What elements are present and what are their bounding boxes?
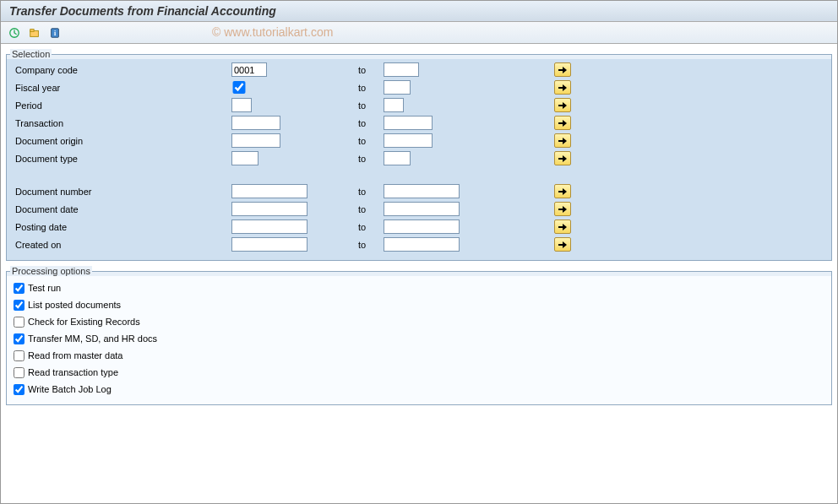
selection-label: Document type (12, 154, 231, 164)
selection-to-input[interactable] (384, 202, 460, 216)
selection-row: Created onto (12, 236, 826, 253)
option-row: Check for Existing Records (14, 313, 824, 330)
arrow-right-icon (558, 155, 567, 162)
selection-from-input[interactable] (231, 133, 280, 148)
arrow-right-icon (558, 138, 567, 144)
selection-from-input[interactable] (231, 62, 267, 77)
option-row: Read from master data (14, 347, 824, 364)
option-label: Test run (28, 283, 61, 293)
selection-row: Document dateto (12, 200, 826, 218)
selection-label: Transaction (12, 118, 231, 128)
selection-to-input[interactable] (384, 62, 419, 77)
titlebar: Transfer Documents from Financial Accoun… (1, 1, 837, 22)
option-label: Read from master data (28, 350, 123, 360)
multiple-selection-button[interactable] (554, 80, 571, 95)
to-label: to (358, 204, 384, 214)
info-button[interactable]: i (46, 25, 63, 41)
multiple-selection-button[interactable] (554, 133, 571, 148)
arrow-right-icon (558, 224, 567, 230)
selection-from-checkbox[interactable] (231, 81, 247, 94)
option-label: Write Batch Job Log (28, 384, 112, 394)
app-window: Transfer Documents from Financial Accoun… (0, 0, 838, 504)
arrow-right-icon (558, 241, 567, 248)
selection-label: Company code (12, 65, 231, 75)
selection-row: Document originto (12, 132, 826, 149)
multiple-selection-button[interactable] (554, 62, 571, 77)
option-checkbox[interactable] (14, 300, 24, 311)
arrow-right-icon (558, 120, 567, 127)
selection-to-input[interactable] (384, 151, 411, 165)
multiple-selection-button[interactable] (554, 98, 571, 112)
option-checkbox[interactable] (14, 333, 24, 344)
to-label: to (358, 65, 384, 75)
selection-to-input[interactable] (384, 133, 433, 148)
option-label: Read transaction type (28, 367, 118, 377)
selection-to-input[interactable] (384, 219, 460, 234)
selection-legend: Selection (10, 49, 52, 59)
to-label: to (358, 240, 384, 250)
selection-label: Period (12, 100, 231, 111)
selection-row: Company codeto (12, 61, 826, 79)
arrow-right-icon (558, 102, 567, 109)
to-label: to (358, 118, 384, 128)
option-checkbox[interactable] (14, 283, 24, 294)
page-title: Transfer Documents from Financial Accoun… (9, 4, 829, 18)
selection-to-input[interactable] (384, 116, 433, 130)
multiple-selection-button[interactable] (554, 202, 571, 216)
multiple-selection-button[interactable] (554, 237, 571, 252)
selection-row: Transactionto (12, 114, 826, 132)
selection-label: Document origin (12, 136, 231, 146)
watermark: © www.tutorialkart.com (212, 25, 333, 39)
arrow-right-icon (558, 67, 567, 73)
selection-row: Periodto (12, 96, 826, 114)
selection-from-input[interactable] (231, 98, 252, 112)
selection-from-input[interactable] (231, 202, 307, 216)
multiple-selection-button[interactable] (554, 116, 571, 130)
option-row: Transfer MM, SD, and HR docs (14, 330, 824, 347)
selection-label: Created on (12, 240, 231, 250)
processing-body: Test runList posted documentsCheck for E… (7, 276, 831, 404)
option-checkbox[interactable] (14, 367, 24, 378)
arrow-right-icon (558, 188, 567, 195)
multiple-selection-button[interactable] (554, 219, 571, 234)
clock-execute-icon (8, 27, 20, 39)
selection-from-input[interactable] (231, 237, 307, 252)
get-variant-button[interactable] (26, 25, 43, 41)
to-label: to (358, 83, 384, 93)
arrow-right-icon (558, 84, 567, 91)
selection-row: Posting dateto (12, 218, 826, 236)
selection-from-input[interactable] (231, 219, 307, 234)
option-label: List posted documents (28, 300, 121, 310)
selection-from-input[interactable] (231, 184, 307, 198)
execute-button[interactable] (6, 25, 23, 41)
to-label: to (358, 100, 384, 111)
svg-rect-2 (30, 29, 34, 31)
selection-from-input[interactable] (231, 116, 280, 130)
toolbar: i © www.tutorialkart.com (1, 22, 837, 44)
selection-label: Document number (12, 187, 231, 197)
selection-label: Document date (12, 204, 231, 214)
option-row: Read transaction type (14, 364, 824, 381)
to-label: to (358, 187, 384, 197)
selection-from-input[interactable] (231, 151, 258, 165)
selection-to-input[interactable] (384, 237, 460, 252)
selection-to-input[interactable] (384, 184, 460, 198)
selection-body: Company codetoFiscal yeartoPeriodtoTrans… (7, 59, 831, 260)
multiple-selection-button[interactable] (554, 184, 571, 198)
multiple-selection-button[interactable] (554, 151, 571, 165)
selection-label: Fiscal year (12, 83, 231, 93)
selection-to-input[interactable] (384, 98, 404, 112)
option-checkbox[interactable] (14, 350, 24, 361)
selection-row: Fiscal yearto (12, 79, 826, 96)
arrow-right-icon (558, 206, 567, 213)
folder-variant-icon (29, 27, 41, 39)
to-label: to (358, 136, 384, 146)
selection-row: Document numberto (12, 182, 826, 200)
selection-to-input[interactable] (384, 80, 411, 95)
processing-group: Processing options Test runList posted d… (6, 266, 832, 405)
option-row: Write Batch Job Log (14, 381, 824, 398)
info-icon: i (49, 27, 61, 39)
option-checkbox[interactable] (14, 317, 24, 328)
option-checkbox[interactable] (14, 384, 24, 395)
option-label: Check for Existing Records (28, 317, 140, 327)
